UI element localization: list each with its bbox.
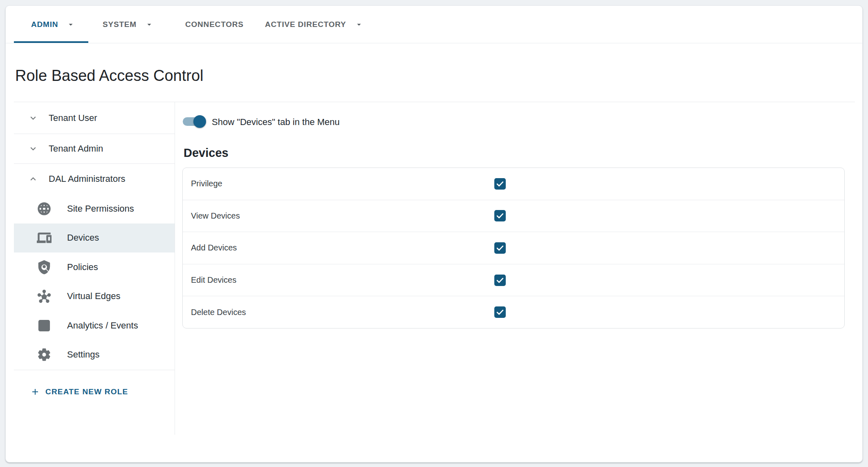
roles-sidebar: Tenant User Tenant Admin DAL Administrat… [14,102,175,413]
permission-label: Privilege [191,179,222,188]
bar-chart-icon [37,318,52,333]
permission-label: Delete Devices [191,308,246,317]
sidebar-item-label: Site Permissions [67,203,134,214]
sidebar-item-virtual-edges[interactable]: Virtual Edges [14,282,175,311]
table-row: View Devices [183,200,844,232]
caret-down-icon [354,20,363,29]
sidebar-item-settings[interactable]: Settings [14,340,175,370]
role-label: DAL Administrators [49,174,125,184]
caret-down-icon [66,20,75,29]
create-new-role-button[interactable]: CREATE NEW ROLE [14,370,175,413]
caret-down-icon [145,20,154,29]
chevron-up-icon [28,174,38,184]
toggle-label: Show "Devices" tab in the Menu [212,117,340,127]
permissions-table: Privilege View Devices Add Devices Edit … [182,168,845,328]
page-title: Role Based Access Control [15,67,203,85]
sidebar-item-label: Devices [67,232,99,243]
plus-icon [30,387,40,397]
tab-active-directory-label: ACTIVE DIRECTORY [265,20,346,29]
sidebar-item-devices[interactable]: Devices [14,223,175,253]
sidebar-item-site-permissions[interactable]: Site Permissions [14,194,175,223]
delete-devices-checkbox[interactable] [494,306,506,318]
devices-icon [37,230,52,245]
tab-connectors[interactable]: CONNECTORS [185,6,244,43]
table-row: Privilege [183,168,844,200]
checkmark-icon [496,211,505,220]
tab-connectors-label: CONNECTORS [185,20,244,29]
sidebar-item-label: Virtual Edges [67,291,120,302]
show-devices-toggle[interactable] [183,117,202,126]
policy-shield-icon [37,260,52,275]
sidebar-item-label: Policies [67,262,98,273]
tab-system-label: SYSTEM [103,20,137,29]
chevron-down-icon [28,113,38,123]
tab-system[interactable]: SYSTEM [103,6,154,43]
table-row: Add Devices [183,232,844,264]
role-label: Tenant Admin [49,143,103,154]
permission-label: Add Devices [191,243,237,252]
permission-label: View Devices [191,211,240,221]
chevron-down-icon [28,143,38,154]
tab-admin[interactable]: ADMIN [31,6,75,43]
hub-icon [37,289,52,304]
role-label: Tenant User [49,113,97,123]
app-card: ADMIN SYSTEM CONNECTORS ACTIVE DIRECTORY… [5,5,863,463]
active-tab-underline [14,41,88,43]
permission-label: Edit Devices [191,275,236,285]
role-item-tenant-admin[interactable]: Tenant Admin [14,134,175,164]
sidebar-item-policies[interactable]: Policies [14,252,175,282]
view-devices-checkbox[interactable] [494,210,506,221]
checkmark-icon [496,244,505,252]
toggle-thumb [193,115,206,128]
role-item-dal-administrators[interactable]: DAL Administrators [14,164,175,194]
table-row: Edit Devices [183,264,844,296]
checkmark-icon [496,276,505,285]
table-row: Delete Devices [183,296,844,328]
tab-active-directory[interactable]: ACTIVE DIRECTORY [265,6,363,43]
sidebar-item-analytics-events[interactable]: Analytics / Events [14,311,175,340]
section-title: Devices [184,146,229,160]
top-nav: ADMIN SYSTEM CONNECTORS ACTIVE DIRECTORY [6,6,862,43]
checkmark-icon [496,308,505,317]
role-item-tenant-user[interactable]: Tenant User [14,102,175,134]
globe-icon [37,201,52,216]
privilege-checkbox[interactable] [494,178,506,190]
gear-icon [37,347,52,362]
sidebar-item-label: Settings [67,349,100,360]
create-new-role-label: CREATE NEW ROLE [45,387,128,396]
sidebar-item-label: Analytics / Events [67,320,138,331]
add-devices-checkbox[interactable] [494,242,506,254]
tab-admin-label: ADMIN [31,20,58,29]
sidebar-main-divider [175,102,175,435]
checkmark-icon [496,179,505,188]
edit-devices-checkbox[interactable] [494,275,506,286]
